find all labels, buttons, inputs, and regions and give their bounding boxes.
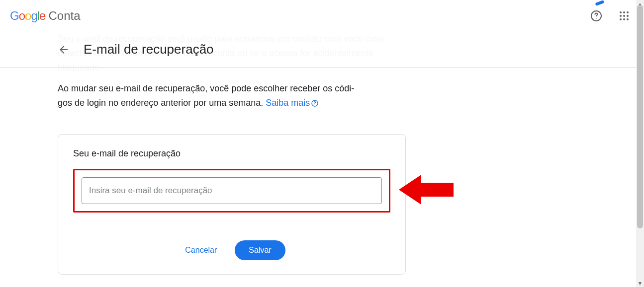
logo-section: Google Conta <box>10 9 81 23</box>
svg-point-1 <box>596 18 597 19</box>
page-header: E-mail de recuperação <box>0 32 644 68</box>
help-icon[interactable] <box>586 6 606 26</box>
annotation-arrow-icon <box>399 170 454 212</box>
recovery-email-card: Seu e-mail de recuperação Cancelar Salva… <box>58 134 406 275</box>
page-title: E-mail de recuperação <box>84 42 214 57</box>
account-label: Conta <box>48 9 80 23</box>
scrollbar-thumb[interactable] <box>637 5 643 228</box>
cancel-button[interactable]: Cancelar <box>178 241 224 260</box>
back-arrow-icon[interactable] <box>58 44 70 56</box>
description-text: Ao mudar seu e-mail de recuperação, você… <box>58 81 406 110</box>
global-header: Google Conta <box>0 0 644 32</box>
highlight-annotation <box>73 169 390 213</box>
learn-more-link[interactable]: Saiba mais <box>266 98 319 108</box>
main-content: Ao mudar seu e-mail de recuperação, você… <box>58 68 406 275</box>
svg-point-3 <box>315 105 315 105</box>
button-row: Cancelar Salvar <box>73 240 390 260</box>
scrollbar[interactable]: ▲ ▼ <box>636 0 644 275</box>
google-logo: Google <box>10 9 45 23</box>
recovery-email-input[interactable] <box>82 177 382 204</box>
apps-icon[interactable] <box>614 6 634 26</box>
help-small-icon <box>311 99 319 107</box>
save-button[interactable]: Salvar <box>235 240 285 260</box>
card-title: Seu e-mail de recuperação <box>73 148 390 159</box>
